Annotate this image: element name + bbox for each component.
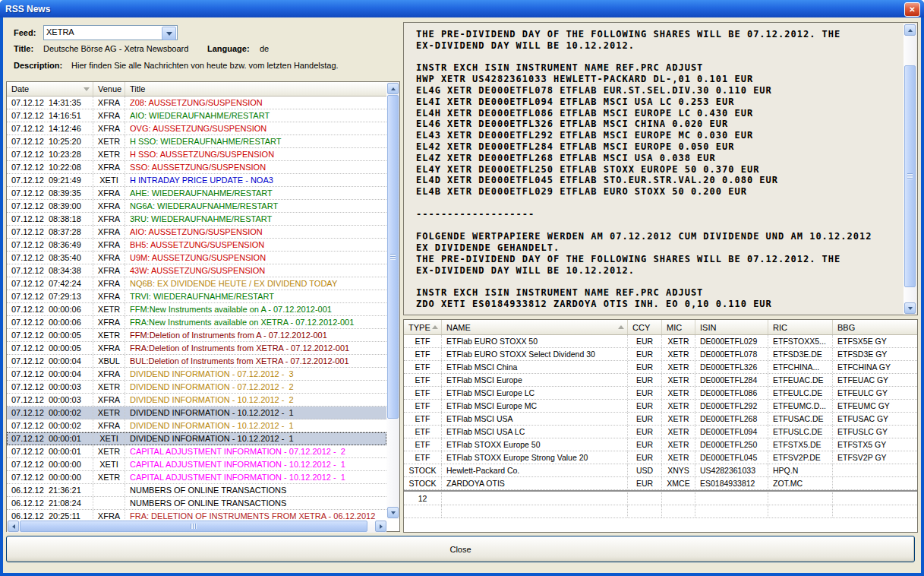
table-row[interactable]: 07.12.12 00:00:00XETICAPITAL ADJUSTMENT …: [7, 458, 386, 471]
table-row[interactable]: ETFETFlab EURO STOXX Select Dividend 30E…: [404, 348, 917, 361]
table-row[interactable]: 07.12.12 08:37:28XFRAAIO: AUSSETZUNG/SUS…: [7, 226, 386, 239]
news-date-cell: 07.12.12 08:39:00: [7, 200, 93, 212]
column-header-label: Title: [130, 84, 145, 93]
table-row[interactable]: 07.12.12 00:00:03XFRADIVIDEND INFORMATIO…: [7, 394, 386, 407]
table-row[interactable]: 07.12.12 14:16:51XFRAAIO: WIEDERAUFNAHME…: [7, 109, 386, 122]
message-vertical-scrollbar[interactable]: [904, 24, 916, 315]
table-row[interactable]: 07.12.12 00:00:04XBULBUL:Deletion of Ins…: [7, 355, 386, 368]
news-title-cell: 3RU: WIEDERAUFNAHME/RESTART: [125, 213, 386, 225]
column-header-name[interactable]: NAME: [442, 320, 628, 334]
news-title-cell: AIO: WIEDERAUFNAHME/RESTART: [125, 109, 386, 122]
instrument-ccy-cell: USD: [628, 464, 662, 476]
table-row[interactable]: ETFETFlab MSCI Europe MCEURXETRDE000ETFL…: [404, 400, 917, 413]
scroll-left-button[interactable]: [8, 521, 19, 532]
table-row[interactable]: 07.12.12 08:36:49XFRABH5: AUSSETZUNG/SUS…: [7, 239, 386, 252]
table-row[interactable]: 07.12.12 00:00:00XETRCAPITAL ADJUSTMENT …: [7, 471, 386, 484]
table-row[interactable]: 07.12.12 08:39:35XFRAAHE: WIEDERAUFNAHME…: [7, 187, 386, 200]
table-row[interactable]: 07.12.12 10:23:28XETRH SSO: AUSSETZUNG/S…: [7, 148, 386, 161]
table-row[interactable]: 07.12.12 00:00:01XETIDIVIDEND INFORMATIO…: [7, 432, 386, 445]
table-row[interactable]: 07.12.12 08:34:38XFRA43W: AUSSETZUNG/SUS…: [7, 264, 386, 277]
table-row[interactable]: 07.12.12 09:21:49XETIH INTRADAY PRICE UP…: [7, 174, 386, 187]
table-row[interactable]: ETFETFlab EURO STOXX 50EURXETRDE000ETFL0…: [404, 335, 917, 348]
scroll-up-button[interactable]: [904, 24, 916, 36]
news-date-cell: 07.12.12 08:34:38: [7, 264, 93, 277]
scrollbar-thumb[interactable]: [904, 65, 916, 287]
column-header-title[interactable]: Title: [125, 82, 386, 96]
table-row[interactable]: ETFETFlab MSCI ChinaEURXETRDE000ETFL326E…: [404, 361, 917, 374]
table-row[interactable]: ETFETFlab STOXX Europe Strong Value 20EU…: [404, 451, 917, 464]
table-row[interactable]: 06.12.12 21:08:24NUMBERS OF ONLINE TRANS…: [7, 497, 386, 510]
instrument-type-cell: ETF: [404, 348, 442, 360]
instrument-mic-cell: XETR: [662, 451, 695, 464]
news-venue-cell: XETR: [93, 445, 125, 457]
table-row[interactable]: 06.12.12 21:36:21NUMBERS OF ONLINE TRANS…: [7, 484, 386, 497]
scroll-up-icon: [391, 87, 396, 90]
table-row[interactable]: ETFETFlab MSCI EuropeEURXETRDE000ETFL284…: [404, 374, 917, 387]
table-row[interactable]: 07.12.12 10:22:08XFRASSO: AUSSETZUNG/SUS…: [7, 161, 386, 174]
column-header-ric[interactable]: RIC: [768, 320, 833, 334]
scroll-up-button[interactable]: [387, 83, 399, 94]
table-row[interactable]: 07.12.12 14:12:46XFRAOVG: AUSSETZUNG/SUS…: [7, 122, 386, 135]
table-row[interactable]: ETFETFlab MSCI Europe LCEURXETRDE000ETFL…: [404, 387, 917, 400]
table-row[interactable]: 07.12.12 00:00:05XFRAFRA:Deletion of Ins…: [7, 342, 386, 355]
news-title-cell: NQ6B: EX DIVIDENDE HEUTE / EX DIVIDEND T…: [125, 277, 386, 290]
news-date-cell: 07.12.12 07:42:24: [7, 277, 93, 290]
table-row[interactable]: ETFETFlab STOXX Europe 50EURXETRDE000ETF…: [404, 438, 917, 451]
table-row[interactable]: 07.12.12 14:31:35XFRAZ08: AUSSETZUNG/SUS…: [7, 97, 386, 109]
feed-combobox-dropdown-button[interactable]: [162, 27, 176, 40]
table-row[interactable]: 07.12.12 08:38:18XFRA3RU: WIEDERAUFNAHME…: [7, 213, 386, 226]
scroll-down-button[interactable]: [904, 302, 916, 314]
instrument-isin-cell: DE000ETFL078: [695, 348, 768, 360]
column-header-mic[interactable]: MIC: [662, 320, 695, 334]
news-vertical-scrollbar[interactable]: [386, 82, 399, 519]
table-row[interactable]: 06.12.12 20:25:11XFRAFRA: DELETION OF IN…: [7, 510, 386, 520]
instrument-ccy-cell: EUR: [628, 426, 662, 438]
scrollbar-thumb[interactable]: [20, 521, 367, 532]
scroll-down-button[interactable]: [387, 507, 399, 518]
news-horizontal-scrollbar[interactable]: [7, 520, 386, 533]
news-title-cell: H SSO: WIEDERAUFNAHME/RESTART: [125, 135, 386, 147]
scrollbar-thumb[interactable]: [387, 95, 399, 419]
column-header-venue[interactable]: Venue: [93, 82, 125, 96]
column-header-bbg[interactable]: BBG: [833, 320, 917, 334]
news-date-cell: 06.12.12 21:36:21: [7, 484, 93, 496]
column-header-isin[interactable]: ISIN: [695, 320, 768, 334]
titlebar[interactable]: RSS News ✕: [0, 0, 924, 17]
instrument-isin-cell: US4282361033: [695, 464, 768, 476]
instrument-table-header: TYPENAMECCYMICISINRICBBG: [404, 320, 917, 335]
column-header-ccy[interactable]: CCY: [628, 320, 662, 334]
titlebar-close-button[interactable]: ✕: [904, 2, 920, 17]
message-text: THE PRE-DIVIDEND DAY OF THE FOLLOWING SH…: [416, 29, 900, 313]
instrument-ccy-cell: EUR: [628, 451, 662, 464]
description-label: Description:: [14, 61, 62, 70]
column-header-type[interactable]: TYPE: [404, 320, 442, 334]
table-row[interactable]: 07.12.12 00:00:03XETRDIVIDEND INFORMATIO…: [7, 381, 386, 394]
news-date-cell: 07.12.12 00:00:02: [7, 407, 93, 419]
news-venue-cell: XFRA: [93, 122, 125, 135]
table-row[interactable]: 07.12.12 00:00:05XETRFFM:Deletion of Ins…: [7, 329, 386, 342]
table-row[interactable]: ETFETFlab MSCI USA LCEURXETRDE000ETFL094…: [404, 426, 917, 438]
scroll-right-button[interactable]: [375, 521, 386, 532]
table-row[interactable]: 07.12.12 00:00:01XETRCAPITAL ADJUSTMENT …: [7, 445, 386, 458]
table-row[interactable]: 07.12.12 00:00:02XETRDIVIDEND INFORMATIO…: [7, 407, 386, 419]
table-row[interactable]: 07.12.12 00:00:04XFRADIVIDEND INFORMATIO…: [7, 368, 386, 381]
table-row[interactable]: 07.12.12 08:39:00XFRANG6A: WIEDERAUFNAHM…: [7, 200, 386, 213]
table-row[interactable]: ETFETFlab MSCI USAEURXETRDE000ETFL268ETF…: [404, 413, 917, 426]
table-row[interactable]: 07.12.12 10:25:20XETRH SSO: WIEDERAUFNAH…: [7, 135, 386, 148]
table-row[interactable]: 07.12.12 07:29:13XFRATRVI: WIEDERAUFNAHM…: [7, 290, 386, 303]
table-row[interactable]: 07.12.12 00:00:06XFRAFRA:New Instruments…: [7, 316, 386, 329]
news-venue-cell: XFRA: [93, 316, 125, 328]
table-row[interactable]: 07.12.12 07:42:24XFRANQ6B: EX DIVIDENDE …: [7, 277, 386, 290]
news-title-cell: CAPITAL ADJUSTMENT INFORMATION - 07.12.2…: [125, 445, 386, 457]
table-row[interactable]: 07.12.12 00:00:02XFRADIVIDEND INFORMATIO…: [7, 419, 386, 432]
table-row[interactable]: 07.12.12 00:00:06XETRFFM:New Instruments…: [7, 303, 386, 316]
close-button[interactable]: Close: [6, 536, 915, 562]
feed-combobox[interactable]: XETRA: [43, 25, 178, 40]
news-date-cell: 07.12.12 00:00:06: [7, 303, 93, 315]
table-row[interactable]: STOCKHewlett-Packard Co.USDXNYSUS4282361…: [404, 464, 917, 477]
news-date-cell: 07.12.12 00:00:01: [7, 445, 93, 457]
news-date-cell: 07.12.12 00:00:05: [7, 329, 93, 341]
column-header-date[interactable]: Date: [7, 82, 93, 96]
table-row[interactable]: 07.12.12 08:35:40XFRAU9M: AUSSETZUNG/SUS…: [7, 252, 386, 264]
table-row[interactable]: STOCKZARDOYA OTISEURXMCEES0184933812ZOT.…: [404, 477, 917, 490]
